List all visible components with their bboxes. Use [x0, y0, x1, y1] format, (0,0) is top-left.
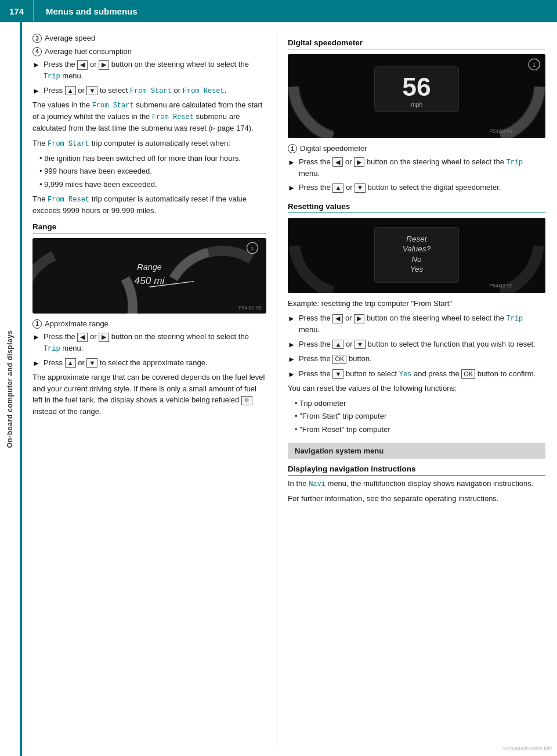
- arrow-item-2: ► Press ▲ or ▼ to select From Start or F…: [32, 85, 266, 97]
- range-arrow-1-text: Press the ◀ or ▶ button on the steering …: [44, 331, 266, 354]
- page-wrapper: On-board computer and displays 3 Average…: [0, 22, 557, 756]
- watermark: carmanualsonline.info: [501, 746, 552, 751]
- range-caption: 1 Approximate range: [32, 318, 266, 330]
- from-reset-code-1: From Reset: [183, 87, 225, 95]
- from-start-code-1: From Start: [130, 87, 172, 95]
- header-bar: 174 Menus and submenus: [0, 0, 557, 22]
- svg-text:56: 56: [402, 73, 431, 101]
- content-area: 3 Average speed 4 Average fuel consumpti…: [22, 22, 557, 756]
- refuel-icon: ⛭: [241, 396, 252, 405]
- reset-arrow-3: ► Press the OK button.: [288, 353, 545, 365]
- range-arrow-2: ► Press ▲ or ▼ to select the approximate…: [32, 357, 266, 369]
- bullet-2: 999 hours have been exceeded.: [39, 165, 266, 177]
- svg-text:Yes: Yes: [410, 264, 424, 273]
- speedo-down-btn: ▼: [355, 183, 366, 193]
- speedo-arrow-1: ► Press the ◀ or ▶ button on the steerin…: [288, 156, 545, 179]
- digital-speedometer-heading: Digital speedometer: [288, 38, 545, 49]
- reset-image: Reset Values? No Yes P54I32-99: [288, 218, 545, 293]
- reset-right-btn: ▶: [354, 314, 364, 323]
- svg-text:P54I32-99: P54I32-99: [489, 128, 512, 134]
- reset-svg: Reset Values? No Yes P54I32-99: [288, 218, 545, 293]
- from-start-inline-1: From Start: [92, 102, 134, 110]
- speedo-image: 56 mph 1 P54I32-99: [288, 54, 545, 138]
- arrow-item-1: ► Press the ◀ or ▶ button on the steerin…: [32, 59, 266, 82]
- speedo-right-btn: ▶: [354, 157, 364, 167]
- svg-text:Values?: Values?: [403, 244, 431, 253]
- reset-ok-btn-2: OK: [461, 369, 475, 379]
- reset-arrow-icon-3: ►: [288, 354, 295, 365]
- item-3-text: Average speed: [45, 33, 95, 44]
- svg-text:P54I32-99: P54I32-99: [238, 304, 262, 310]
- svg-text:1: 1: [533, 62, 536, 68]
- svg-text:Range: Range: [137, 262, 161, 272]
- numbered-item-4: 4 Average fuel consumption: [32, 46, 266, 57]
- speedo-arrow-1-text: Press the ◀ or ▶ button on the steering …: [299, 156, 545, 179]
- reset-down-btn: ▼: [355, 340, 366, 349]
- left-column: 3 Average speed 4 Average fuel consumpti…: [22, 33, 277, 746]
- circle-4: 4: [32, 47, 42, 56]
- reset-arrow-4: ► Press the ▼ button to select Yes and p…: [288, 368, 545, 380]
- reset-bullet-1: Trip odometer: [295, 398, 545, 409]
- item-4-text: Average fuel consumption: [45, 46, 132, 57]
- reset-arrow-3-text: Press the OK button.: [299, 353, 372, 365]
- up-btn-1: ▲: [65, 86, 76, 95]
- range-circle-1: 1: [32, 319, 42, 329]
- yes-code: Yes: [399, 370, 412, 379]
- nav-system-box: Navigation system menu: [288, 443, 545, 459]
- svg-text:1: 1: [251, 244, 254, 251]
- circle-3: 3: [32, 34, 42, 43]
- right-btn-1: ▶: [99, 60, 109, 70]
- displaying-nav-heading: Displaying navigation instructions: [288, 465, 545, 476]
- arrow-icon-1: ►: [32, 59, 40, 71]
- reset-arrow-4-text: Press the ▼ button to select Yes and pre…: [299, 368, 536, 380]
- range-heading: Range: [32, 222, 266, 233]
- reset-bullet-2: "From Start" trip computer: [295, 411, 545, 422]
- range-left-btn: ◀: [77, 333, 88, 342]
- range-down-btn: ▼: [86, 358, 97, 368]
- from-reset-para: The From Reset trip computer is automati…: [32, 193, 266, 217]
- range-arrow-icon-1: ►: [32, 332, 40, 343]
- left-btn-1: ◀: [77, 60, 88, 70]
- down-btn-1: ▼: [86, 86, 97, 95]
- range-gauge-svg: Range 450 mi 1 P54I32-99: [32, 238, 266, 314]
- reset-arrow-2: ► Press the ▲ or ▼ button to select the …: [288, 339, 545, 351]
- reset-bullet-3: "From Reset" trip computer: [295, 424, 545, 435]
- sidebar: On-board computer and displays: [0, 22, 22, 756]
- arrow-item-1-text: Press the ◀ or ▶ button on the steering …: [44, 59, 266, 82]
- speedo-arrow-icon-2: ►: [288, 182, 295, 194]
- reset-left-btn: ◀: [332, 314, 343, 323]
- svg-text:mph: mph: [411, 101, 423, 108]
- from-start-reset-para: The From Start trip computer is automati…: [32, 138, 266, 149]
- speedo-caption: 1 Digital speedometer: [288, 143, 545, 154]
- reset-arrow-icon-2: ►: [288, 339, 295, 351]
- from-reset-inline-2: From Reset: [48, 196, 89, 204]
- speedo-circle-1: 1: [288, 144, 297, 153]
- bullet-1: the ignition has been switched off for m…: [39, 153, 266, 164]
- page-title: Menus and submenus: [34, 6, 138, 16]
- reset-up-btn: ▲: [332, 340, 343, 349]
- speedo-trip-code: Trip: [506, 159, 523, 167]
- sidebar-label: On-board computer and displays: [6, 330, 14, 448]
- range-image: Range 450 mi 1 P54I32-99: [32, 238, 266, 314]
- range-right-btn: ▶: [99, 333, 109, 342]
- range-up-btn: ▲: [65, 358, 76, 368]
- speedo-arrow-2: ► Press the ▲ or ▼ button to select the …: [288, 182, 545, 194]
- speedo-arrow-2-text: Press the ▲ or ▼ button to select the di…: [299, 182, 501, 193]
- reset-down-btn-2: ▼: [332, 369, 343, 379]
- range-caption-text: Approximate range: [45, 318, 108, 330]
- arrow-icon-2: ►: [32, 85, 40, 97]
- range-arrow-icon-2: ►: [32, 358, 40, 369]
- numbered-item-3: 3 Average speed: [32, 33, 266, 44]
- speedo-svg: 56 mph 1 P54I32-99: [288, 54, 545, 138]
- reset-trip-code: Trip: [506, 315, 523, 323]
- reset-arrow-1-text: Press the ◀ or ▶ button on the steering …: [299, 312, 545, 336]
- trip-code-1: Trip: [44, 73, 60, 81]
- range-trip-code: Trip: [44, 345, 60, 353]
- speedo-left-btn: ◀: [332, 157, 343, 167]
- svg-text:450 mi: 450 mi: [135, 275, 165, 286]
- reset-arrow-icon-1: ►: [288, 313, 295, 325]
- page-number: 174: [0, 0, 34, 22]
- reset-arrow-2-text: Press the ▲ or ▼ button to select the fu…: [299, 339, 536, 350]
- right-column: Digital speedometer 56 mph: [277, 33, 556, 746]
- reset-arrow-1: ► Press the ◀ or ▶ button on the steerin…: [288, 312, 545, 336]
